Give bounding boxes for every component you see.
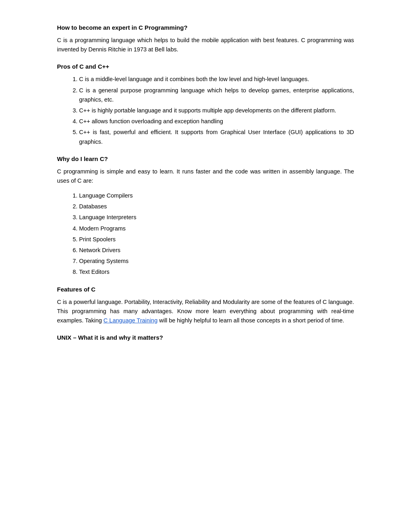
list-item: C++ is highly portable language and it s… — [79, 106, 354, 115]
section-pros-c-cpp: Pros of C and C++ C is a middle-level la… — [57, 63, 354, 146]
list-pros-c-cpp: C is a middle-level language and it comb… — [57, 75, 354, 146]
list-item: C++ is fast, powerful and efficient. It … — [79, 128, 354, 146]
list-item: Language Compilers — [79, 191, 354, 200]
heading-pros-c-cpp: Pros of C and C++ — [57, 63, 354, 70]
paragraph-how-to-expert: C is a programming language which helps … — [57, 36, 354, 54]
section-why-learn-c: Why do I learn C? C programming is simpl… — [57, 155, 354, 277]
list-uses-of-c: Language Compilers Databases Language In… — [57, 191, 354, 277]
list-item: Language Interpreters — [79, 213, 354, 222]
heading-unix: UNIX – What it is and why it matters? — [57, 334, 354, 341]
paragraph-features-of-c: C is a powerful language. Portability, I… — [57, 298, 354, 326]
list-item: C++ allows function overloading and exce… — [79, 117, 354, 126]
section-unix: UNIX – What it is and why it matters? — [57, 334, 354, 341]
text-features-part3: will be highly helpful to learn all thos… — [159, 317, 344, 324]
paragraph-why-learn-c: C programming is simple and easy to lear… — [57, 167, 354, 185]
heading-features-of-c: Features of C — [57, 286, 354, 293]
c-language-training-link[interactable]: C Language Training — [104, 317, 158, 324]
list-item-network-drivers: Network Drivers — [79, 246, 354, 255]
section-features-of-c: Features of C C is a powerful language. … — [57, 286, 354, 326]
list-item: Modern Programs — [79, 224, 354, 233]
heading-why-learn-c: Why do I learn C? — [57, 155, 354, 162]
heading-how-to-expert: How to become an expert in C Programming… — [57, 24, 354, 31]
list-item: Operating Systems — [79, 257, 354, 266]
list-item: Text Editors — [79, 267, 354, 277]
page-content: How to become an expert in C Programming… — [25, 0, 386, 374]
list-item: C is a middle-level language and it comb… — [79, 75, 354, 84]
section-how-to-expert: How to become an expert in C Programming… — [57, 24, 354, 54]
list-item: C is a general purpose programming langu… — [79, 86, 354, 104]
list-item: Databases — [79, 202, 354, 211]
list-item: Print Spoolers — [79, 235, 354, 244]
